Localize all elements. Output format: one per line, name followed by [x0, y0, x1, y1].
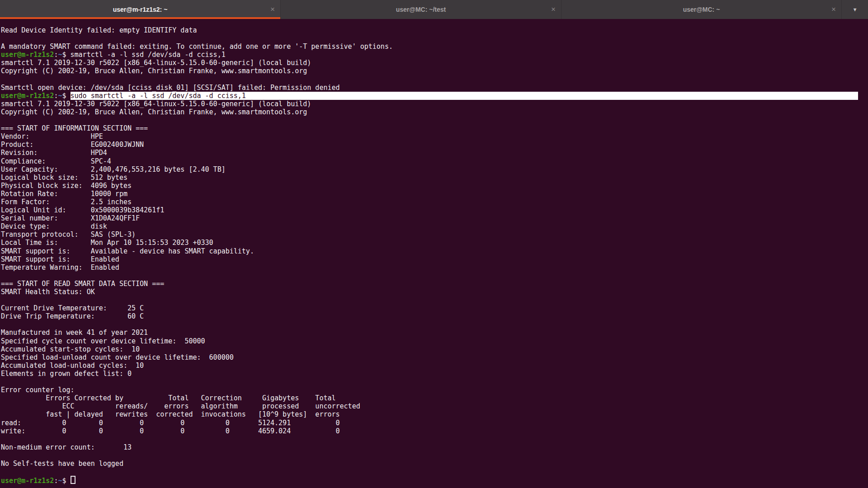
selected-command-text: sudo smartctl -a -l ssd /dev/sda -d ccis… [71, 92, 859, 100]
tab-terminal-3[interactable]: user@MC: ~ × [561, 0, 842, 19]
terminal-line: Specified cycle count over device lifeti… [1, 337, 868, 345]
terminal-line [1, 320, 868, 328]
terminal-line: === START OF READ SMART DATA SECTION === [1, 280, 868, 288]
terminal-line: Drive Trip Temperature: 60 C [1, 312, 868, 320]
terminal-line: user@m-r1z1s2:~$ [1, 476, 868, 484]
terminal-screen[interactable]: Read Device Identity failed: empty IDENT… [0, 19, 868, 488]
terminal-text-segment: user@m-r1z1s2 [1, 92, 54, 100]
terminal-line: Revision: HPD4 [1, 149, 868, 157]
terminal-line: Temperature Warning: Enabled [1, 263, 868, 272]
chevron-down-icon[interactable]: ▼ [842, 0, 868, 19]
terminal-line: Transport protocol: SAS (SPL-3) [1, 230, 868, 239]
terminal-line: Errors Corrected by Total Correction Gig… [1, 394, 868, 402]
terminal-line: Specified load-unload count over device … [1, 353, 868, 361]
terminal-line: Current Drive Temperature: 25 C [1, 304, 868, 312]
terminal-line: Compliance: SPC-4 [1, 157, 868, 165]
terminal-line: Non-medium error count: 13 [1, 443, 868, 451]
terminal-line: Read Device Identity failed: empty IDENT… [1, 26, 868, 34]
tab-title: user@m-r1z1s2: ~ [113, 6, 168, 13]
terminal-line: SMART support is: Enabled [1, 255, 868, 263]
terminal-line: Logical Unit id: 0x5000039b384261f1 [1, 206, 868, 214]
terminal-line: Copyright (C) 2002-19, Bruce Allen, Chri… [1, 67, 868, 75]
terminal-line: write: 0 0 0 0 0 4659.024 0 [1, 427, 868, 435]
terminal-line: Smartctl open device: /dev/sda [cciss_di… [1, 84, 868, 92]
tab-terminal-2[interactable]: user@MC: ~/test × [281, 0, 561, 19]
terminal-text-segment: $ [62, 477, 70, 485]
terminal-line: ECC rereads/ errors algorithm processed … [1, 402, 868, 410]
terminal-line: Error counter log: [1, 386, 868, 394]
terminal-line: Product: EG002400JWJNN [1, 141, 868, 149]
tab-terminal-1[interactable]: user@m-r1z1s2: ~ × [0, 0, 281, 19]
terminal-line [1, 468, 868, 476]
close-icon[interactable]: × [551, 5, 556, 13]
terminal-line: Elements in grown defect list: 0 [1, 370, 868, 378]
terminal-line: Manufactured in week 41 of year 2021 [1, 328, 868, 337]
terminal-line: Device type: disk [1, 222, 868, 230]
terminal-line [1, 34, 868, 42]
terminal-line: SMART Health Status: OK [1, 288, 868, 296]
terminal-line: No Self-tests have been logged [1, 460, 868, 468]
terminal-line [1, 296, 868, 304]
terminal-line: smartctl 7.1 2019-12-30 r5022 [x86_64-li… [1, 59, 868, 67]
terminal-line: user@m-r1z1s2:~$ sudo smartctl -a -l ssd… [1, 92, 868, 100]
terminal-line [1, 451, 868, 460]
terminal-text-segment: user@m-r1z1s2 [1, 477, 54, 485]
terminal-line: Serial number: X1D0A24QFF1F [1, 214, 868, 222]
terminal-line [1, 435, 868, 443]
terminal-line: read: 0 0 0 0 0 5124.291 0 [1, 419, 868, 427]
terminal-line: fast | delayed rewrites corrected invoca… [1, 410, 868, 418]
terminal-text-segment: user@m-r1z1s2 [1, 51, 54, 59]
terminal-text-segment: smartctl -a -l ssd /dev/sda -d cciss,1 [71, 51, 226, 59]
terminal-text-segment: $ [62, 51, 70, 59]
terminal-line: Form Factor: 2.5 inches [1, 198, 868, 206]
terminal-line: User Capacity: 2,400,476,553,216 bytes [… [1, 165, 868, 174]
terminal-line [1, 272, 868, 280]
terminal-line: === START OF INFORMATION SECTION === [1, 124, 868, 132]
terminal-line: Vendor: HPE [1, 132, 868, 141]
terminal-line [1, 116, 868, 124]
terminal-cursor [71, 476, 75, 484]
terminal-line [1, 75, 868, 84]
terminal-line: SMART support is: Available - device has… [1, 247, 868, 255]
tab-bar: user@m-r1z1s2: ~ × user@MC: ~/test × use… [0, 0, 868, 19]
terminal-line: Physical block size: 4096 bytes [1, 182, 868, 190]
terminal-line: Logical block size: 512 bytes [1, 174, 868, 182]
terminal-line: Local Time is: Mon Apr 10 15:15:53 2023 … [1, 239, 868, 247]
terminal-line [1, 378, 868, 386]
terminal-line: smartctl 7.1 2019-12-30 r5022 [x86_64-li… [1, 100, 868, 108]
terminal-line: Accumulated load-unload cycles: 10 [1, 361, 868, 370]
terminal-line: A mandatory SMART command failed: exitin… [1, 42, 868, 51]
close-icon[interactable]: × [270, 5, 275, 13]
tab-title: user@MC: ~/test [396, 6, 446, 13]
terminal-line: Accumulated start-stop cycles: 10 [1, 345, 868, 353]
close-icon[interactable]: × [831, 5, 836, 13]
terminal-line: user@m-r1z1s2:~$ smartctl -a -l ssd /dev… [1, 51, 868, 59]
terminal-line: Rotation Rate: 10000 rpm [1, 190, 868, 198]
terminal-text-segment: $ [62, 92, 70, 100]
terminal-line: Copyright (C) 2002-19, Bruce Allen, Chri… [1, 108, 868, 116]
tab-title: user@MC: ~ [683, 6, 720, 13]
